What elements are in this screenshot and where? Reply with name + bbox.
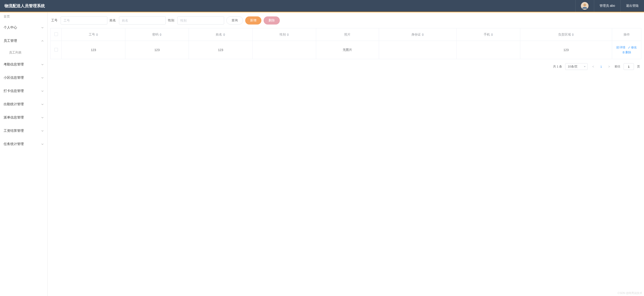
sidebar-item-label: 小区信息管理 <box>4 76 24 80</box>
cell-mima: 123 <box>125 41 189 59</box>
sort-icon <box>160 33 162 36</box>
sidebar-item-label: 出勤统计管理 <box>4 102 24 106</box>
cell-zhaopian: 无图片 <box>316 41 379 59</box>
sidebar-item-label: 个人中心 <box>4 25 17 30</box>
header: 物流配送人员管理系统 管理员 abo 退出登陆 <box>0 0 644 12</box>
col-xingbie[interactable]: 性别 <box>252 28 316 41</box>
chevron-down-icon <box>41 116 44 119</box>
goto-label: 前往 <box>614 65 620 69</box>
chevron-down-icon <box>41 90 44 92</box>
sidebar-item-attendance[interactable]: 考勤信息管理 <box>0 58 48 71</box>
add-button[interactable]: 新增 <box>245 17 261 25</box>
sort-icon <box>491 33 493 36</box>
sidebar-item-attendance-stats[interactable]: 出勤统计管理 <box>0 98 48 111</box>
xingming-input[interactable] <box>119 17 166 25</box>
goto-input[interactable] <box>624 63 634 70</box>
sidebar-item-dispatch[interactable]: 派单信息管理 <box>0 111 48 124</box>
delete-button[interactable]: 删除 <box>264 17 280 25</box>
op-detail[interactable]: 详情 <box>616 45 625 50</box>
col-mima[interactable]: 密码 <box>125 28 189 41</box>
col-ops: 操作 <box>612 28 641 41</box>
sidebar-item-personal[interactable]: 个人中心 <box>0 21 48 34</box>
cell-xingming: 123 <box>189 41 252 59</box>
logout-button[interactable]: 退出登陆 <box>620 0 644 12</box>
prev-page-button[interactable]: < <box>591 65 595 68</box>
sidebar-item-label: 考勤信息管理 <box>4 62 24 67</box>
sidebar-item-label: 打卡信息管理 <box>4 89 24 93</box>
col-gonghao[interactable]: 工号 <box>62 28 125 41</box>
sidebar-item-label: 员工管理 <box>4 39 17 43</box>
cell-xingbie <box>252 41 316 59</box>
sidebar-item-community[interactable]: 小区信息管理 <box>0 71 48 84</box>
chevron-down-icon <box>41 103 44 106</box>
sort-icon <box>287 33 289 36</box>
sidebar-item-checkin[interactable]: 打卡信息管理 <box>0 84 48 98</box>
cell-gonghao: 123 <box>62 41 125 59</box>
op-delete[interactable]: 删除 <box>622 50 631 54</box>
op-edit[interactable]: 修改 <box>628 45 637 50</box>
cell-shouji <box>456 41 520 59</box>
col-shenfenzheng[interactable]: 身份证 <box>379 28 456 41</box>
chevron-down-icon <box>41 143 44 145</box>
sort-icon <box>422 33 424 36</box>
watermark: CSDN @阿亮说技术 <box>618 291 642 295</box>
filter-bar: 工号 姓名 性别 查询 新增 删除 <box>50 17 641 25</box>
pagination: 共 1 条 10条/页 < 1 > 前往 页 <box>50 63 641 70</box>
col-xingming[interactable]: 姓名 <box>189 28 252 41</box>
layout: 首页 个人中心 员工管理 员工列表 考勤信息管理 小区信息管理 打卡信息管理 出… <box>0 12 644 296</box>
data-table: 工号 密码 姓名 性别 照片 身份证 手机 负责区域 操作 123 123 12… <box>50 28 641 59</box>
chevron-down-icon <box>41 26 44 29</box>
app-title: 物流配送人员管理系统 <box>0 3 45 9</box>
select-all-checkbox[interactable] <box>54 32 58 36</box>
next-page-button[interactable]: > <box>607 65 612 68</box>
chevron-down-icon <box>41 63 44 66</box>
cell-ops: 详情 修改 删除 <box>612 41 641 59</box>
sort-icon <box>96 33 98 36</box>
header-right: 管理员 abo 退出登陆 <box>575 0 644 12</box>
user-label[interactable]: 管理员 abo <box>594 0 620 12</box>
breadcrumb[interactable]: 首页 <box>0 12 48 21</box>
sidebar-item-employee[interactable]: 员工管理 <box>0 34 48 48</box>
goto-suffix: 页 <box>637 65 640 69</box>
sidebar-subitem-employee-list[interactable]: 员工列表 <box>0 48 48 58</box>
sidebar-item-label: 任务统计管理 <box>4 142 24 146</box>
main-content: 工号 姓名 性别 查询 新增 删除 工号 密码 姓名 性别 照片 身份证 手机 <box>48 12 644 296</box>
trash-icon <box>622 51 625 54</box>
filter-label-xingbie: 性别 <box>168 19 174 23</box>
filter-label-xingming: 姓名 <box>110 19 116 23</box>
chevron-down-icon <box>41 76 44 79</box>
avatar <box>581 2 588 10</box>
cell-shenfenzheng <box>379 41 456 59</box>
sidebar-item-salary[interactable]: 工资结算管理 <box>0 124 48 137</box>
page-size-select[interactable]: 10条/页 <box>565 63 588 70</box>
sidebar-item-task-stats[interactable]: 任务统计管理 <box>0 137 48 151</box>
sidebar: 首页 个人中心 员工管理 员工列表 考勤信息管理 小区信息管理 打卡信息管理 出… <box>0 12 48 296</box>
row-checkbox[interactable] <box>54 48 58 52</box>
page-number[interactable]: 1 <box>599 65 604 68</box>
sidebar-item-label: 工资结算管理 <box>4 129 24 133</box>
edit-icon <box>628 46 630 49</box>
xingbie-input[interactable] <box>178 17 224 25</box>
filter-label-gonghao: 工号 <box>51 19 58 23</box>
col-zhaopian: 照片 <box>316 28 379 41</box>
avatar-cell[interactable] <box>575 0 594 12</box>
svg-point-1 <box>583 4 586 6</box>
sort-icon <box>572 33 574 36</box>
chevron-up-icon <box>41 40 44 42</box>
detail-icon <box>616 46 619 49</box>
col-shouji[interactable]: 手机 <box>456 28 520 41</box>
query-button[interactable]: 查询 <box>226 17 243 25</box>
cell-fuzequyu: 123 <box>520 41 612 59</box>
col-fuzequyu[interactable]: 负责区域 <box>520 28 612 41</box>
chevron-down-icon <box>41 129 44 132</box>
sidebar-item-label: 派单信息管理 <box>4 115 24 120</box>
total-text: 共 1 条 <box>553 65 562 69</box>
table-row: 123 123 123 无图片 123 详情 修改 删除 <box>50 41 641 59</box>
table-header-row: 工号 密码 姓名 性别 照片 身份证 手机 负责区域 操作 <box>50 28 641 41</box>
sort-icon <box>223 33 225 36</box>
gonghao-input[interactable] <box>61 17 107 25</box>
